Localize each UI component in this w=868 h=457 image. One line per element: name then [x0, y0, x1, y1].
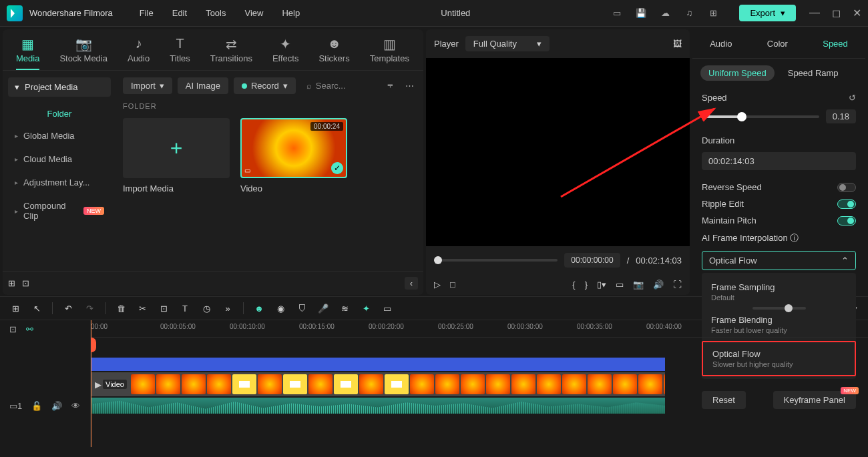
color-icon[interactable]: ◉	[274, 304, 286, 314]
face-icon[interactable]: ☻	[253, 304, 265, 314]
track-video-icon[interactable]: ▭1	[9, 401, 22, 411]
zoom-slider[interactable]	[752, 307, 806, 310]
project-media-button[interactable]: ▾Project Media	[8, 77, 111, 97]
more-icon[interactable]: ⋯	[403, 78, 417, 93]
shield-icon[interactable]: ⛉	[296, 304, 308, 314]
record-button[interactable]: Record▾	[234, 77, 296, 94]
quality-select[interactable]: Full Quality▾	[465, 36, 550, 51]
help-icon[interactable]: ⓘ	[790, 233, 799, 243]
timeline-chain-icon[interactable]: ⚯	[26, 324, 33, 334]
crop-icon[interactable]: ⊡	[158, 304, 170, 314]
export-button[interactable]: Export ▾	[739, 5, 796, 21]
display-icon[interactable]: ▭	[616, 280, 624, 290]
pitch-toggle[interactable]	[837, 216, 856, 225]
import-media-card[interactable]: + Import Media	[123, 118, 230, 193]
stop-icon[interactable]: □	[450, 280, 455, 290]
tab-speed-prop[interactable]: Speed	[823, 36, 848, 51]
track-lock-icon[interactable]: 🔓	[31, 401, 42, 411]
zoom-thumb[interactable]	[785, 304, 793, 312]
play-icon[interactable]: ▷	[434, 280, 441, 290]
sidebar-item-global[interactable]: ▸Global Media	[8, 124, 111, 147]
mark-in-icon[interactable]: {	[572, 280, 575, 290]
apps-icon[interactable]: ⊞	[707, 7, 719, 19]
headphones-icon[interactable]: ♫	[683, 7, 695, 19]
interp-select[interactable]: Optical Flow ⌃	[702, 251, 856, 270]
track-options-icon[interactable]: ⊞	[9, 304, 21, 314]
tab-templates[interactable]: ▥Templates	[370, 36, 409, 70]
subtab-uniform[interactable]: Uniform Speed	[700, 65, 775, 81]
import-button[interactable]: Import▾	[123, 77, 172, 94]
ratio-icon[interactable]: ▯▾	[597, 280, 606, 290]
audio-track-clip[interactable]	[91, 398, 665, 414]
minimize-button[interactable]: —	[809, 7, 820, 19]
tab-stock-media[interactable]: 📷Stock Media	[59, 36, 107, 70]
menu-edit[interactable]: Edit	[172, 8, 187, 18]
ai-image-button[interactable]: AI Image	[178, 77, 228, 94]
menu-view[interactable]: View	[244, 8, 263, 18]
more-tools-icon[interactable]: »	[222, 304, 234, 314]
search-input[interactable]: ⌕Searc...	[301, 78, 378, 93]
tab-color-prop[interactable]: Color	[767, 36, 788, 51]
mic-icon[interactable]: 🎤	[317, 304, 329, 314]
tab-audio[interactable]: ♪Audio	[128, 36, 150, 70]
reverse-toggle[interactable]	[837, 183, 856, 192]
ripple-toggle[interactable]	[837, 199, 856, 209]
screen-icon[interactable]: ▭	[611, 7, 623, 19]
fullscreen-icon[interactable]: ⛶	[673, 280, 682, 290]
sidebar-item-cloud[interactable]: ▸Cloud Media	[8, 147, 111, 171]
close-button[interactable]: ✕	[853, 7, 861, 19]
volume-icon[interactable]: 🔊	[653, 280, 664, 290]
tab-stickers[interactable]: ☻Stickers	[318, 36, 349, 70]
subtab-ramp[interactable]: Speed Ramp	[780, 65, 847, 81]
sidebar-item-adjustment[interactable]: ▸Adjustment Lay...	[8, 171, 111, 194]
timeline-link-icon[interactable]: ⊡	[9, 324, 17, 334]
menu-tools[interactable]: Tools	[206, 8, 226, 18]
tab-effects[interactable]: ✦Effects	[272, 36, 299, 70]
tab-media[interactable]: ▦Media	[16, 36, 39, 70]
tab-titles[interactable]: TTitles	[170, 36, 190, 70]
duration-input[interactable]: 00:02:14:03	[702, 152, 856, 170]
track-visible-icon[interactable]: 👁	[71, 401, 80, 411]
add-folder-icon[interactable]: ⊞	[8, 278, 15, 288]
track-mute-icon[interactable]: 🔊	[51, 401, 62, 411]
dd-frame-sampling[interactable]: Frame Sampling Default	[702, 276, 856, 308]
camera-icon[interactable]: 📷	[633, 280, 644, 290]
timeline-ruler[interactable]: 00:00 00:00:05:00 00:00:10:00 00:00:15:0…	[91, 320, 868, 338]
seek-thumb[interactable]	[434, 256, 442, 264]
undo-icon[interactable]: ↶	[62, 304, 74, 314]
speed-slider[interactable]	[702, 115, 819, 118]
speed-thumb[interactable]	[737, 112, 746, 121]
snapshot-icon[interactable]: 🖼	[673, 39, 682, 49]
filter-icon[interactable]: ⫧	[383, 78, 397, 93]
cloud-icon[interactable]: ☁	[659, 7, 671, 19]
save-icon[interactable]: 💾	[635, 7, 647, 19]
delete-icon[interactable]: 🗑	[115, 304, 127, 314]
audio-tool-icon[interactable]: ≋	[339, 304, 351, 314]
cut-icon[interactable]: ✂	[136, 304, 148, 314]
pointer-icon[interactable]: ↖	[31, 304, 43, 314]
track-header-bar[interactable]	[91, 358, 665, 371]
menu-file[interactable]: File	[140, 8, 154, 18]
menu-help[interactable]: Help	[282, 8, 300, 18]
timeline-tracks-area[interactable]: 00:00 00:00:05:00 00:00:10:00 00:00:15:0…	[91, 320, 868, 447]
redo-icon[interactable]: ↷	[83, 304, 95, 314]
collapse-icon[interactable]: ‹	[405, 277, 418, 290]
add-bin-icon[interactable]: ⊡	[22, 278, 29, 288]
video-track-clip[interactable]: ▶ Video	[91, 372, 665, 396]
speed-value[interactable]: 0.18	[826, 109, 856, 123]
playhead-handle[interactable]	[91, 338, 96, 352]
folder-label[interactable]: Folder	[8, 103, 111, 124]
marker-tool-icon[interactable]: ✦	[360, 304, 372, 314]
mark-out-icon[interactable]: }	[585, 280, 588, 290]
speed-dial-icon[interactable]: ◷	[200, 304, 212, 314]
reset-speed-icon[interactable]: ↺	[849, 93, 856, 103]
video-card[interactable]: 00:00:24 ▭ ✓ Video	[240, 118, 347, 193]
text-icon[interactable]: T	[179, 304, 191, 314]
preview-viewport[interactable]	[426, 58, 690, 246]
keyframe-icon[interactable]: ▭	[381, 304, 393, 314]
maximize-button[interactable]: ◻	[832, 7, 841, 19]
seek-slider[interactable]	[434, 259, 558, 262]
tab-audio-prop[interactable]: Audio	[710, 36, 732, 51]
sidebar-item-compound[interactable]: ▸Compound ClipNEW	[8, 194, 111, 227]
tab-transitions[interactable]: ⇄Transitions	[210, 36, 252, 70]
